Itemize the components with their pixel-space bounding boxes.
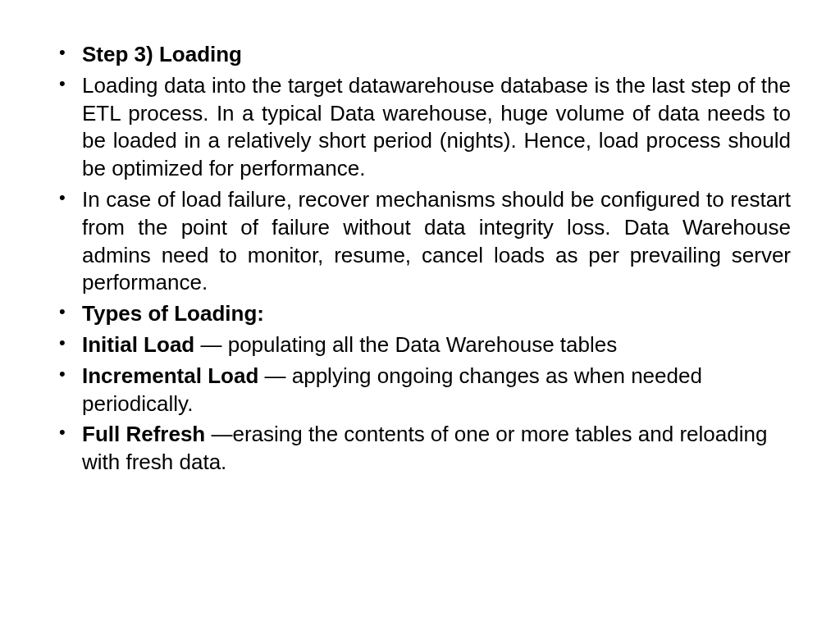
list-item-bold: Step 3) Loading xyxy=(82,42,242,66)
list-item: In case of load failure, recover mechani… xyxy=(49,186,791,297)
list-item-text: — populating all the Data Warehouse tabl… xyxy=(194,332,617,357)
list-item: Step 3) Loading xyxy=(49,41,791,69)
list-item: Initial Load — populating all the Data W… xyxy=(49,331,791,359)
list-item-bold: Incremental Load xyxy=(82,363,258,388)
list-item: Full Refresh —erasing the contents of on… xyxy=(49,421,791,477)
list-item-bold: Types of Loading: xyxy=(82,301,264,326)
list-item: Incremental Load — applying ongoing chan… xyxy=(49,363,791,418)
list-item-text: Loading data into the target datawarehou… xyxy=(82,73,791,180)
bullet-list: Step 3) Loading Loading data into the ta… xyxy=(49,41,791,477)
list-item: Types of Loading: xyxy=(49,300,791,328)
list-item-bold: Full Refresh xyxy=(82,422,211,446)
list-item-bold: Initial Load xyxy=(82,332,194,357)
list-item: Loading data into the target datawarehou… xyxy=(49,72,791,183)
list-item-text: In case of load failure, recover mechani… xyxy=(82,187,791,294)
